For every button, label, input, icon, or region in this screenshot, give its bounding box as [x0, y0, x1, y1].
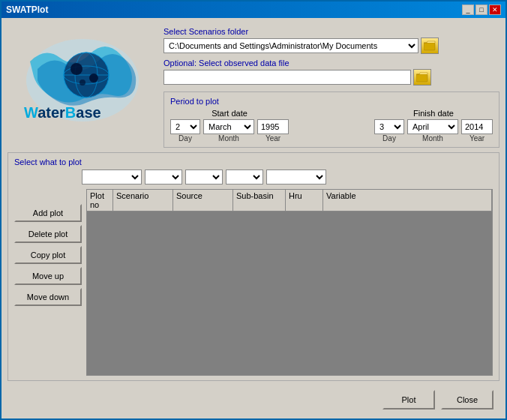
- plot-button[interactable]: Plot: [382, 390, 435, 410]
- filter-dropdown-4[interactable]: [226, 170, 263, 184]
- start-day-group: 2 Day: [170, 119, 200, 142]
- main-content: WaterBase Select Scenarios folder C:\Doc…: [2, 18, 506, 418]
- col-plot-no: Plotno: [87, 190, 113, 211]
- end-date-row: 3 Day April Month: [374, 119, 493, 142]
- end-date-group: Finish date 3 Day A: [374, 109, 493, 142]
- svg-point-7: [89, 74, 98, 82]
- end-month-label: Month: [422, 134, 443, 142]
- plots-table: Plotno Scenario Source Sub-basin Hru Var…: [86, 189, 493, 376]
- window-title: SWATPlot: [6, 4, 48, 15]
- move-up-button[interactable]: Move up: [14, 267, 82, 285]
- scenarios-row: C:\Documents and Settings\Administrator\…: [164, 38, 500, 54]
- minimize-button[interactable]: _: [462, 4, 474, 15]
- main-area: Add plot Delete plot Copy plot Move up M…: [14, 189, 493, 376]
- end-day-label: Day: [382, 134, 396, 142]
- table-header: Plotno Scenario Source Sub-basin Hru Var…: [87, 190, 492, 212]
- col-source: Source: [173, 190, 233, 211]
- filter-dropdown-2[interactable]: [145, 170, 182, 184]
- end-month-select[interactable]: April: [407, 119, 458, 134]
- folder-icon-2: [416, 72, 428, 82]
- observed-input[interactable]: [164, 70, 411, 85]
- observed-label: Optional: Select observed data file: [164, 58, 500, 68]
- end-month-group: April Month: [407, 119, 458, 142]
- svg-rect-11: [416, 74, 428, 82]
- logo-area: WaterBase: [8, 24, 158, 136]
- filter-dropdown-3[interactable]: [185, 170, 223, 184]
- col-scenario: Scenario: [113, 190, 173, 211]
- end-year-input[interactable]: [461, 119, 493, 134]
- scenarios-label: Select Scenarios folder: [164, 27, 500, 36]
- col-subbasin: Sub-basin: [233, 190, 286, 211]
- title-bar: SWATPlot _ □ ✕: [2, 2, 506, 18]
- start-month-group: March Month: [203, 119, 254, 142]
- scenarios-folder-button[interactable]: [421, 38, 439, 54]
- observed-folder-button[interactable]: [413, 69, 431, 86]
- delete-plot-button[interactable]: Delete plot: [14, 225, 82, 243]
- select-what-section: Select what to plot Add plot Delete plot…: [8, 152, 500, 381]
- maximize-button[interactable]: □: [476, 4, 488, 15]
- start-date-group: Start date 2 Day Ma: [170, 109, 289, 142]
- period-section: Period to plot Start date 2 Day: [164, 92, 500, 148]
- start-day-select[interactable]: 2: [170, 119, 200, 134]
- svg-text:WaterBase: WaterBase: [24, 104, 101, 121]
- table-body[interactable]: [87, 212, 492, 375]
- window-controls: _ □ ✕: [462, 4, 501, 15]
- add-plot-button[interactable]: Add plot: [14, 204, 82, 222]
- svg-rect-10: [424, 43, 435, 50]
- svg-point-6: [70, 63, 82, 75]
- top-section: WaterBase Select Scenarios folder C:\Doc…: [8, 24, 500, 148]
- start-year-input[interactable]: [257, 119, 289, 134]
- end-day-group: 3 Day: [374, 119, 404, 142]
- start-date-row: 2 Day March Month: [170, 119, 289, 142]
- start-year-label: Year: [266, 134, 280, 142]
- filter-dropdown-1[interactable]: [82, 170, 142, 184]
- scenarios-dropdown[interactable]: C:\Documents and Settings\Administrator\…: [164, 38, 418, 53]
- close-button[interactable]: ✕: [489, 4, 501, 15]
- period-title: Period to plot: [170, 97, 493, 106]
- col-hru: Hru: [286, 190, 323, 211]
- action-buttons: Add plot Delete plot Copy plot Move up M…: [14, 189, 82, 376]
- start-date-label: Start date: [170, 109, 289, 118]
- observed-section: Optional: Select observed data file: [164, 58, 500, 86]
- start-month-label: Month: [218, 134, 239, 142]
- select-what-label: Select what to plot: [14, 158, 493, 166]
- main-window: SWATPlot _ □ ✕: [0, 0, 507, 420]
- footer-row: Plot Close: [8, 386, 500, 412]
- start-year-group: Year: [257, 119, 289, 142]
- start-month-select[interactable]: March: [203, 119, 254, 134]
- end-year-group: Year: [461, 119, 493, 142]
- filter-dropdowns-row: [82, 170, 493, 184]
- observed-row: [164, 69, 500, 86]
- scenarios-section: Select Scenarios folder C:\Documents and…: [164, 27, 500, 54]
- copy-plot-button[interactable]: Copy plot: [14, 246, 82, 264]
- filter-dropdown-5[interactable]: [266, 170, 326, 184]
- end-day-select[interactable]: 3: [374, 119, 404, 134]
- finish-date-label: Finish date: [374, 109, 493, 118]
- start-day-label: Day: [178, 134, 192, 142]
- svg-point-8: [80, 80, 86, 86]
- close-button-footer[interactable]: Close: [441, 390, 494, 410]
- move-down-button[interactable]: Move down: [14, 288, 82, 306]
- end-year-label: Year: [470, 134, 484, 142]
- col-variable: Variable: [323, 190, 492, 211]
- right-section: Select Scenarios folder C:\Documents and…: [164, 24, 500, 148]
- folder-icon: [424, 40, 436, 51]
- waterbase-logo: WaterBase: [15, 32, 150, 129]
